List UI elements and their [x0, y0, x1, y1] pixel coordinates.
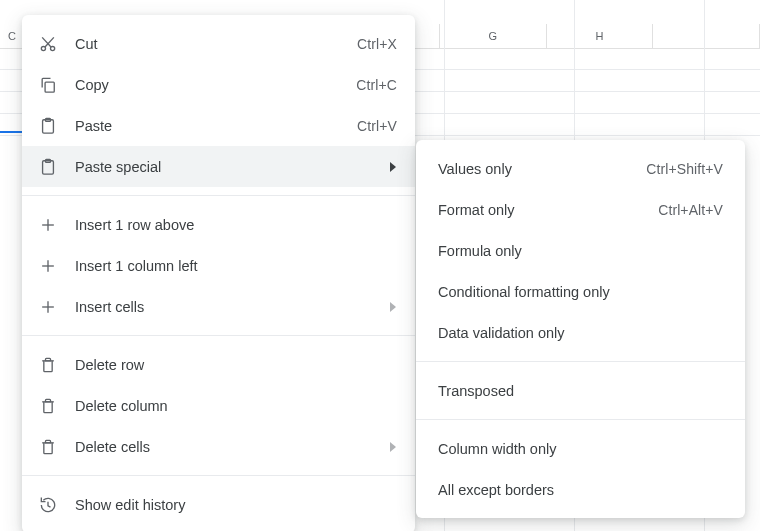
menu-item-delete-column[interactable]: Delete column [22, 385, 415, 426]
menu-separator [22, 475, 415, 476]
menu-item-shortcut: Ctrl+V [357, 118, 397, 134]
menu-separator [22, 195, 415, 196]
clipboard-icon [38, 157, 58, 177]
menu-item-delete-cells[interactable]: Delete cells [22, 426, 415, 467]
submenu-item-values-only[interactable]: Values only Ctrl+Shift+V [416, 148, 745, 189]
menu-item-label: Cut [75, 36, 357, 52]
clipboard-icon [38, 116, 58, 136]
column-header-blank [653, 24, 760, 48]
column-header[interactable]: G [440, 24, 547, 48]
chevron-right-icon [389, 302, 397, 312]
copy-icon [38, 75, 58, 95]
menu-item-label: Delete row [75, 357, 397, 373]
svg-rect-4 [45, 82, 54, 92]
chevron-right-icon [389, 162, 397, 172]
menu-item-label: Insert 1 row above [75, 217, 397, 233]
menu-item-label: Column width only [438, 441, 723, 457]
menu-item-delete-row[interactable]: Delete row [22, 344, 415, 385]
menu-item-shortcut: Ctrl+C [356, 77, 397, 93]
menu-item-insert-cells[interactable]: Insert cells [22, 286, 415, 327]
chevron-right-icon [389, 442, 397, 452]
menu-item-cut[interactable]: Cut Ctrl+X [22, 23, 415, 64]
menu-item-paste[interactable]: Paste Ctrl+V [22, 105, 415, 146]
submenu-item-all-except-borders[interactable]: All except borders [416, 469, 745, 510]
svg-point-1 [51, 46, 55, 50]
trash-icon [38, 437, 58, 457]
menu-separator [22, 335, 415, 336]
menu-item-label: Format only [438, 202, 658, 218]
plus-icon [38, 215, 58, 235]
menu-item-insert-column-left[interactable]: Insert 1 column left [22, 245, 415, 286]
menu-separator [416, 419, 745, 420]
active-cell-indicator [0, 131, 22, 133]
plus-icon [38, 256, 58, 276]
submenu-item-formula-only[interactable]: Formula only [416, 230, 745, 271]
menu-item-copy[interactable]: Copy Ctrl+C [22, 64, 415, 105]
menu-item-label: Copy [75, 77, 356, 93]
svg-point-0 [41, 46, 45, 50]
history-icon [38, 495, 58, 515]
submenu-item-conditional-formatting-only[interactable]: Conditional formatting only [416, 271, 745, 312]
menu-item-shortcut: Ctrl+X [357, 36, 397, 52]
menu-item-insert-row-above[interactable]: Insert 1 row above [22, 204, 415, 245]
menu-item-label: Formula only [438, 243, 723, 259]
plus-icon [38, 297, 58, 317]
menu-item-label: Transposed [438, 383, 723, 399]
menu-item-show-edit-history[interactable]: Show edit history [22, 484, 415, 525]
menu-item-shortcut: Ctrl+Shift+V [646, 161, 723, 177]
menu-item-shortcut: Ctrl+Alt+V [658, 202, 723, 218]
menu-item-label: Conditional formatting only [438, 284, 723, 300]
trash-icon [38, 396, 58, 416]
menu-item-label: Delete column [75, 398, 397, 414]
menu-item-label: Values only [438, 161, 646, 177]
menu-item-label: Insert cells [75, 299, 381, 315]
submenu-item-column-width-only[interactable]: Column width only [416, 428, 745, 469]
column-header[interactable]: H [547, 24, 654, 48]
submenu-item-data-validation-only[interactable]: Data validation only [416, 312, 745, 353]
submenu-item-format-only[interactable]: Format only Ctrl+Alt+V [416, 189, 745, 230]
context-menu: Cut Ctrl+X Copy Ctrl+C Paste Ctrl+V Past… [22, 15, 415, 531]
submenu-item-transposed[interactable]: Transposed [416, 370, 745, 411]
menu-item-label: Insert 1 column left [75, 258, 397, 274]
menu-separator [416, 361, 745, 362]
trash-icon [38, 355, 58, 375]
menu-item-label: All except borders [438, 482, 723, 498]
menu-item-label: Show edit history [75, 497, 397, 513]
menu-item-paste-special[interactable]: Paste special [22, 146, 415, 187]
menu-item-label: Paste special [75, 159, 381, 175]
menu-item-label: Paste [75, 118, 357, 134]
menu-item-label: Data validation only [438, 325, 723, 341]
menu-item-label: Delete cells [75, 439, 381, 455]
cut-icon [38, 34, 58, 54]
paste-special-submenu: Values only Ctrl+Shift+V Format only Ctr… [416, 140, 745, 518]
